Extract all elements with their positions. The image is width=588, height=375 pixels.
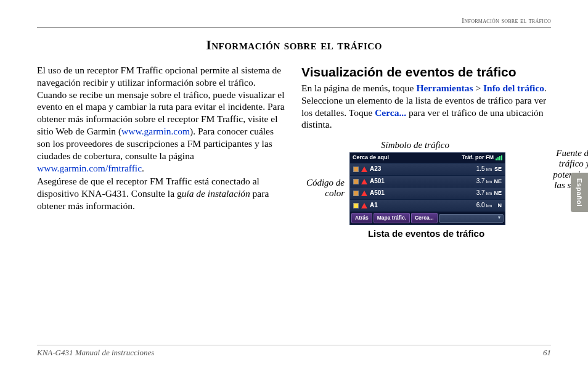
warning-icon — [361, 203, 367, 208]
callout-list: Lista de eventos de tráfico — [301, 228, 551, 239]
menu-tools: Herramientas — [416, 83, 473, 93]
road-label: A1 — [370, 202, 378, 210]
direction: N — [493, 202, 502, 210]
garmin-link[interactable]: www.garmin.com — [121, 126, 190, 136]
distance-value: 1.5 — [476, 165, 485, 173]
callout-symbol: Símbolo de tráfico — [290, 139, 540, 151]
warning-icon — [361, 167, 367, 172]
color-code-box — [353, 191, 359, 196]
traffic-row[interactable]: A5013.7kmNE — [350, 187, 505, 199]
distance-value: 3.7 — [476, 178, 485, 186]
device-screenshot: Cerca de aquí Tráf. por FM A231.5kmSEA50… — [349, 152, 505, 225]
page-footer: KNA-G431 Manual de instrucciones 61 — [37, 345, 551, 358]
near-button[interactable]: Cerca... — [411, 213, 438, 223]
page-title: Información sobre el tráfico — [37, 37, 551, 53]
device-figure: Símbolo de tráfico Código de color Fuent… — [301, 139, 551, 239]
distance-unit: km — [486, 179, 492, 185]
signal-icon — [496, 155, 502, 160]
menu-traffic-info: Info del tráfico — [483, 83, 544, 93]
traffic-row[interactable]: A231.5kmSE — [350, 163, 505, 175]
language-tab-label: Español — [576, 178, 583, 207]
device-button-bar: Atrás Mapa tráfic. Cerca... — [350, 212, 505, 225]
footer-title: KNA-G431 Manual de instrucciones — [37, 348, 154, 358]
color-code-box — [353, 179, 359, 184]
traffic-row[interactable]: A5013.7kmNE — [350, 175, 505, 188]
left-column: El uso de un receptor FM Traffic opciona… — [37, 64, 287, 239]
dropdown-selector[interactable] — [439, 214, 504, 223]
callout-colorcode: Código de color — [294, 178, 345, 199]
traffic-map-button[interactable]: Mapa tráfic. — [374, 213, 410, 223]
page-number: 61 — [543, 348, 551, 358]
warning-icon — [361, 179, 367, 184]
road-label: A501 — [370, 178, 385, 186]
section-heading: Visualización de eventos de tráfico — [301, 64, 551, 81]
distance-value: 6.0 — [476, 202, 485, 210]
direction: NE — [493, 178, 502, 186]
direction: SE — [493, 166, 502, 173]
traffic-row[interactable]: A16.0kmN — [350, 199, 505, 212]
title-right: Tráf. por FM — [462, 154, 494, 162]
running-header: Información sobre el tráfico — [462, 16, 551, 25]
intro-paragraph: El uso de un receptor FM Traffic opciona… — [37, 64, 287, 174]
guide-emphasis: uía de instalación — [182, 188, 250, 199]
warning-icon — [361, 191, 367, 196]
road-label: A23 — [370, 165, 381, 173]
color-code-box — [353, 167, 359, 172]
distance-value: 3.7 — [476, 189, 485, 197]
header-rule — [37, 27, 551, 28]
distance-unit: km — [486, 167, 492, 173]
road-label: A501 — [370, 189, 385, 197]
direction: NE — [493, 190, 502, 197]
setup-paragraph: Asegúrese de que el receptor FM Traffic … — [37, 175, 287, 212]
distance-unit: km — [486, 191, 492, 197]
instructions-paragraph: En la página de menús, toque Herramienta… — [301, 82, 551, 131]
text: En la página de menús, toque — [301, 83, 416, 93]
fmtraffic-link[interactable]: www.garmin.com/fmtraffic — [37, 163, 142, 173]
title-left: Cerca de aquí — [353, 154, 389, 162]
color-code-box — [353, 203, 359, 208]
text: . — [142, 163, 144, 173]
text: > — [473, 83, 484, 93]
right-column: Visualización de eventos de tráfico En l… — [301, 64, 551, 239]
distance-unit: km — [486, 204, 492, 209]
back-button[interactable]: Atrás — [351, 213, 372, 223]
device-titlebar: Cerca de aquí Tráf. por FM — [350, 153, 505, 163]
language-tab[interactable]: Español — [571, 173, 588, 212]
menu-near: Cerca... — [375, 107, 406, 118]
